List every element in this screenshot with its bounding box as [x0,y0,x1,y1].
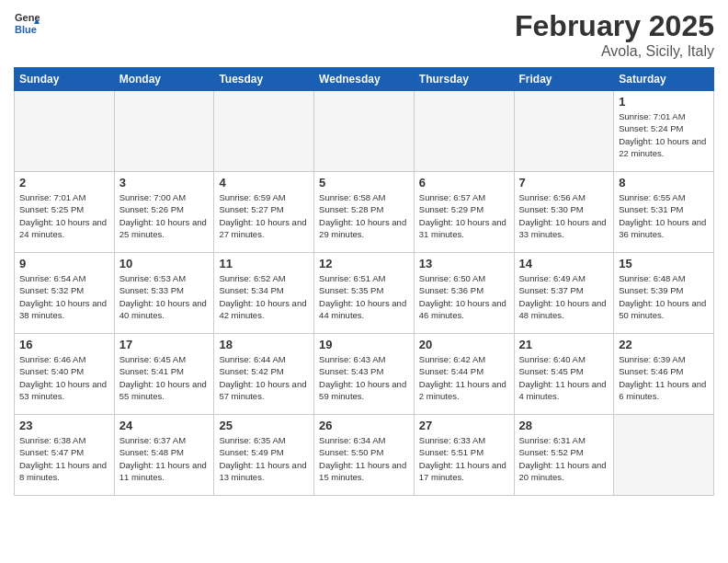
day-info: Sunrise: 6:35 AM Sunset: 5:49 PM Dayligh… [219,434,309,483]
day-number: 18 [219,338,309,351]
header-monday: Monday [114,68,214,91]
day-info: Sunrise: 6:59 AM Sunset: 5:27 PM Dayligh… [219,191,309,240]
calendar-cell [314,91,415,172]
calendar-cell: 17Sunrise: 6:45 AM Sunset: 5:41 PM Dayli… [114,334,214,415]
day-info: Sunrise: 6:49 AM Sunset: 5:37 PM Dayligh… [519,272,609,321]
calendar-cell: 12Sunrise: 6:51 AM Sunset: 5:35 PM Dayli… [314,253,415,334]
day-number: 5 [319,176,409,190]
day-number: 3 [119,176,210,190]
day-info: Sunrise: 7:01 AM Sunset: 5:24 PM Dayligh… [619,110,709,159]
day-number: 1 [619,95,709,109]
header-wednesday: Wednesday [314,68,415,91]
day-number: 6 [419,176,509,190]
day-number: 8 [619,176,709,190]
calendar-cell: 16Sunrise: 6:46 AM Sunset: 5:40 PM Dayli… [15,334,115,415]
day-number: 22 [619,338,709,351]
day-info: Sunrise: 6:37 AM Sunset: 5:48 PM Dayligh… [119,434,210,483]
day-info: Sunrise: 6:55 AM Sunset: 5:31 PM Dayligh… [619,191,709,240]
calendar-cell: 11Sunrise: 6:52 AM Sunset: 5:34 PM Dayli… [214,253,314,334]
logo: General Blue [14,9,43,35]
day-number: 19 [319,338,409,351]
day-number: 13 [419,257,509,270]
day-info: Sunrise: 6:40 AM Sunset: 5:45 PM Dayligh… [519,353,609,402]
calendar-header-row: Sunday Monday Tuesday Wednesday Thursday… [15,68,714,91]
day-info: Sunrise: 6:57 AM Sunset: 5:29 PM Dayligh… [419,191,509,240]
day-number: 2 [19,176,109,190]
title-area: February 2025 Avola, Sicily, Italy [515,9,714,60]
location: Avola, Sicily, Italy [515,43,714,60]
calendar-cell: 5Sunrise: 6:58 AM Sunset: 5:28 PM Daylig… [314,172,415,253]
day-number: 20 [419,338,509,351]
calendar-cell: 25Sunrise: 6:35 AM Sunset: 5:49 PM Dayli… [214,415,314,496]
day-info: Sunrise: 6:50 AM Sunset: 5:36 PM Dayligh… [419,272,509,321]
calendar-cell: 27Sunrise: 6:33 AM Sunset: 5:51 PM Dayli… [414,415,514,496]
calendar-cell [15,91,115,172]
day-info: Sunrise: 6:52 AM Sunset: 5:34 PM Dayligh… [219,272,309,321]
calendar-week-1: 1Sunrise: 7:01 AM Sunset: 5:24 PM Daylig… [15,91,714,172]
day-info: Sunrise: 6:58 AM Sunset: 5:28 PM Dayligh… [319,191,409,240]
calendar-cell: 22Sunrise: 6:39 AM Sunset: 5:46 PM Dayli… [614,334,714,415]
day-info: Sunrise: 6:46 AM Sunset: 5:40 PM Dayligh… [19,353,109,402]
calendar-cell: 4Sunrise: 6:59 AM Sunset: 5:27 PM Daylig… [214,172,314,253]
day-info: Sunrise: 6:54 AM Sunset: 5:32 PM Dayligh… [19,272,109,321]
day-info: Sunrise: 6:44 AM Sunset: 5:42 PM Dayligh… [219,353,309,402]
header-friday: Friday [514,68,614,91]
calendar-cell: 6Sunrise: 6:57 AM Sunset: 5:29 PM Daylig… [414,172,514,253]
logo-icon: General Blue [14,9,40,35]
calendar-cell: 13Sunrise: 6:50 AM Sunset: 5:36 PM Dayli… [414,253,514,334]
calendar-cell: 28Sunrise: 6:31 AM Sunset: 5:52 PM Dayli… [514,415,614,496]
day-number: 24 [119,419,210,432]
header-thursday: Thursday [414,68,514,91]
calendar-cell: 14Sunrise: 6:49 AM Sunset: 5:37 PM Dayli… [514,253,614,334]
day-number: 26 [319,419,409,432]
calendar-cell: 21Sunrise: 6:40 AM Sunset: 5:45 PM Dayli… [514,334,614,415]
day-info: Sunrise: 6:33 AM Sunset: 5:51 PM Dayligh… [419,434,509,483]
day-info: Sunrise: 6:56 AM Sunset: 5:30 PM Dayligh… [519,191,609,240]
day-number: 23 [19,419,109,432]
day-number: 12 [319,257,409,270]
day-number: 15 [619,257,709,270]
calendar-cell: 10Sunrise: 6:53 AM Sunset: 5:33 PM Dayli… [114,253,214,334]
day-info: Sunrise: 6:43 AM Sunset: 5:43 PM Dayligh… [319,353,409,402]
calendar-cell [214,91,314,172]
calendar-cell [514,91,614,172]
day-info: Sunrise: 7:00 AM Sunset: 5:26 PM Dayligh… [119,191,210,240]
day-info: Sunrise: 6:38 AM Sunset: 5:47 PM Dayligh… [19,434,109,483]
calendar-table: Sunday Monday Tuesday Wednesday Thursday… [14,67,714,496]
calendar-cell: 8Sunrise: 6:55 AM Sunset: 5:31 PM Daylig… [614,172,714,253]
day-number: 17 [119,338,210,351]
day-info: Sunrise: 6:31 AM Sunset: 5:52 PM Dayligh… [519,434,609,483]
month-title: February 2025 [515,9,714,43]
header: General Blue February 2025 Avola, Sicily… [14,9,714,60]
calendar-cell: 24Sunrise: 6:37 AM Sunset: 5:48 PM Dayli… [114,415,214,496]
calendar-cell [614,415,714,496]
day-info: Sunrise: 6:42 AM Sunset: 5:44 PM Dayligh… [419,353,509,402]
day-info: Sunrise: 6:51 AM Sunset: 5:35 PM Dayligh… [319,272,409,321]
day-number: 4 [219,176,309,190]
calendar-cell: 18Sunrise: 6:44 AM Sunset: 5:42 PM Dayli… [214,334,314,415]
day-info: Sunrise: 6:53 AM Sunset: 5:33 PM Dayligh… [119,272,210,321]
day-number: 9 [19,257,109,270]
calendar-cell: 20Sunrise: 6:42 AM Sunset: 5:44 PM Dayli… [414,334,514,415]
day-number: 7 [519,176,609,190]
day-info: Sunrise: 6:45 AM Sunset: 5:41 PM Dayligh… [119,353,210,402]
calendar-week-4: 16Sunrise: 6:46 AM Sunset: 5:40 PM Dayli… [15,334,714,415]
day-number: 14 [519,257,609,270]
day-number: 28 [519,419,609,432]
calendar-week-3: 9Sunrise: 6:54 AM Sunset: 5:32 PM Daylig… [15,253,714,334]
day-number: 21 [519,338,609,351]
calendar-cell [414,91,514,172]
calendar-cell: 2Sunrise: 7:01 AM Sunset: 5:25 PM Daylig… [15,172,115,253]
day-number: 10 [119,257,210,270]
header-sunday: Sunday [15,68,115,91]
day-info: Sunrise: 6:48 AM Sunset: 5:39 PM Dayligh… [619,272,709,321]
calendar-cell: 26Sunrise: 6:34 AM Sunset: 5:50 PM Dayli… [314,415,415,496]
calendar-cell: 23Sunrise: 6:38 AM Sunset: 5:47 PM Dayli… [15,415,115,496]
day-number: 11 [219,257,309,270]
day-info: Sunrise: 6:39 AM Sunset: 5:46 PM Dayligh… [619,353,709,402]
day-number: 27 [419,419,509,432]
day-number: 25 [219,419,309,432]
page-container: General Blue February 2025 Avola, Sicily… [0,0,728,500]
calendar-cell: 19Sunrise: 6:43 AM Sunset: 5:43 PM Dayli… [314,334,415,415]
header-saturday: Saturday [614,68,714,91]
